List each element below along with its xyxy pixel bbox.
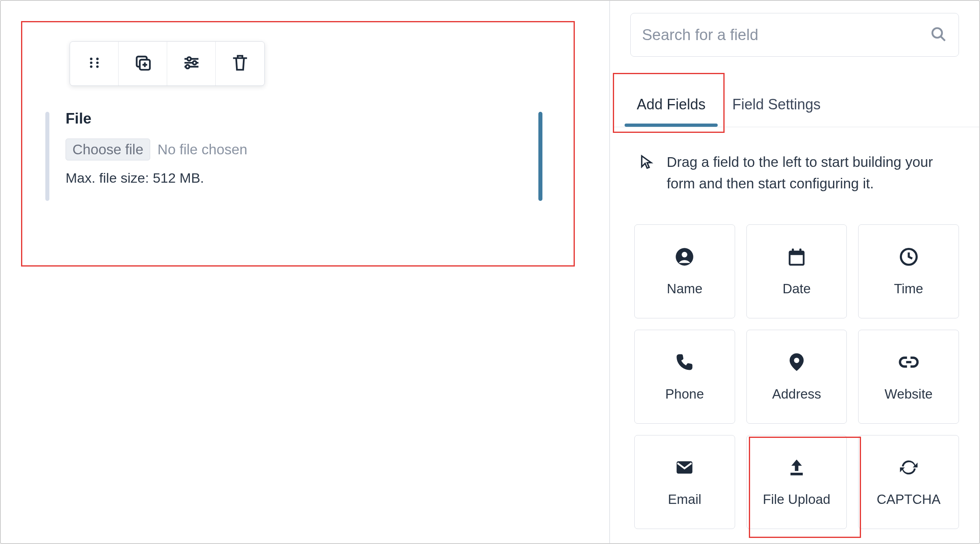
- tile-label: Name: [667, 281, 702, 297]
- field-tile-file-upload[interactable]: File Upload: [746, 435, 847, 529]
- drag-handle-button[interactable]: [70, 42, 119, 85]
- field-label: File: [66, 110, 542, 127]
- field-tile-address[interactable]: Address: [746, 330, 847, 424]
- trash-icon: [231, 53, 249, 74]
- field-right-indicator: [538, 112, 542, 201]
- file-size-hint: Max. file size: 512 MB.: [66, 170, 542, 186]
- form-canvas[interactable]: File Choose file No file chosen Max. fil…: [1, 1, 610, 543]
- search-icon: [929, 25, 947, 45]
- link-icon: [898, 352, 919, 373]
- duplicate-icon: [134, 53, 152, 74]
- tile-label: Address: [772, 386, 821, 402]
- svg-point-1: [96, 58, 98, 60]
- svg-point-13: [193, 61, 196, 65]
- tile-label: File Upload: [763, 492, 831, 507]
- drag-handle-icon: [85, 53, 104, 74]
- sliders-icon: [182, 53, 201, 74]
- svg-point-19: [682, 252, 687, 258]
- field-tile-time[interactable]: Time: [858, 224, 959, 318]
- instruction-row: Drag a field to the left to start buildi…: [638, 151, 959, 194]
- person-icon: [674, 246, 695, 267]
- field-tile-email[interactable]: Email: [634, 435, 735, 529]
- upload-icon: [786, 457, 807, 478]
- field-toolbar: [70, 41, 265, 86]
- tile-label: Email: [668, 492, 702, 507]
- phone-icon: [674, 352, 695, 373]
- refresh-icon: [898, 457, 919, 478]
- svg-rect-22: [792, 248, 794, 253]
- cursor-icon: [638, 151, 655, 172]
- tile-label: Website: [884, 386, 933, 402]
- svg-point-16: [932, 28, 942, 38]
- tile-label: CAPTCHA: [877, 492, 941, 507]
- field-search[interactable]: [630, 13, 959, 57]
- svg-line-17: [941, 36, 945, 41]
- svg-point-2: [90, 62, 92, 64]
- calendar-icon: [786, 246, 807, 267]
- duplicate-button[interactable]: [119, 42, 167, 85]
- sidebar: Add Fields Field Settings Drag a field t…: [610, 1, 979, 543]
- pin-icon: [786, 352, 807, 373]
- sidebar-tabs: Add Fields Field Settings: [614, 76, 979, 127]
- tile-label: Date: [782, 281, 811, 297]
- file-field-block[interactable]: File Choose file No file chosen Max. fil…: [45, 109, 542, 201]
- field-tile-captcha[interactable]: CAPTCHA: [858, 435, 959, 529]
- tab-add-fields[interactable]: Add Fields: [629, 96, 714, 127]
- tile-label: Time: [894, 281, 923, 297]
- svg-rect-21: [791, 255, 803, 264]
- svg-point-4: [90, 66, 92, 68]
- clock-icon: [898, 246, 919, 267]
- svg-point-15: [186, 65, 189, 68]
- field-left-indicator: [45, 112, 49, 201]
- svg-point-25: [794, 358, 799, 363]
- edit-settings-button[interactable]: [167, 42, 216, 85]
- field-grid: Name Date Time Phone: [634, 224, 959, 529]
- search-input[interactable]: [642, 26, 929, 44]
- svg-rect-23: [799, 248, 801, 253]
- tab-field-settings[interactable]: Field Settings: [724, 96, 829, 127]
- svg-point-3: [96, 62, 98, 64]
- instruction-text: Drag a field to the left to start buildi…: [667, 151, 959, 194]
- choose-file-button[interactable]: Choose file: [66, 139, 150, 160]
- tile-label: Phone: [665, 386, 704, 402]
- field-tile-phone[interactable]: Phone: [634, 330, 735, 424]
- svg-point-0: [90, 58, 92, 60]
- app-frame: File Choose file No file chosen Max. fil…: [0, 0, 980, 544]
- mail-icon: [674, 457, 695, 478]
- field-tile-website[interactable]: Website: [858, 330, 959, 424]
- svg-point-5: [96, 66, 98, 68]
- field-tile-date[interactable]: Date: [746, 224, 847, 318]
- no-file-text: No file chosen: [157, 141, 247, 158]
- delete-button[interactable]: [216, 42, 264, 85]
- svg-rect-27: [791, 473, 803, 476]
- field-tile-name[interactable]: Name: [634, 224, 735, 318]
- svg-point-11: [187, 57, 191, 61]
